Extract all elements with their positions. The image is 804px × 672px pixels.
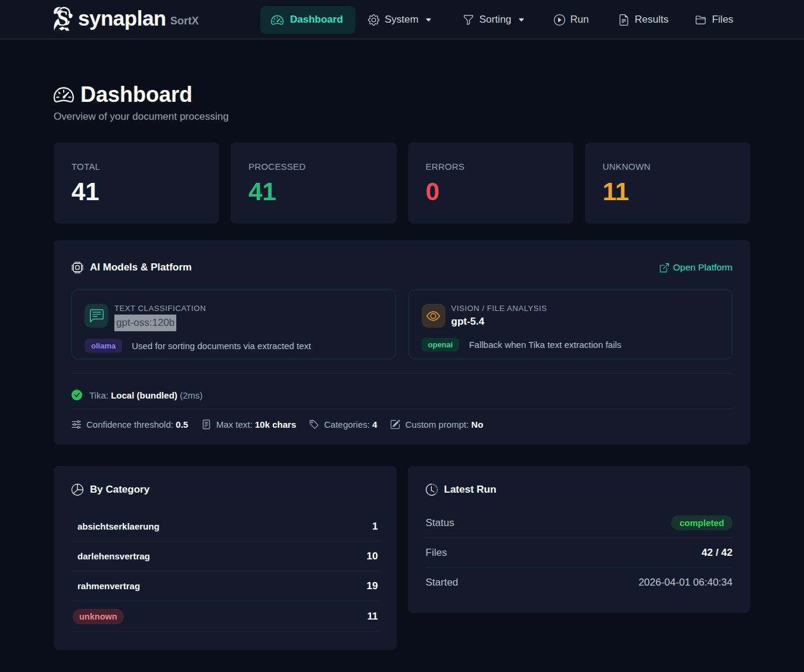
svg-text:S: S [57,7,68,30]
